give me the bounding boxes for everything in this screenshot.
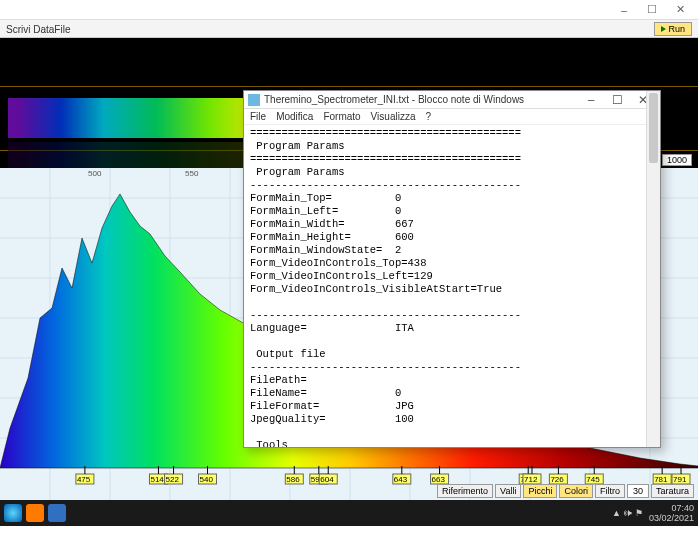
wavelength-marker-label: 712 bbox=[524, 475, 538, 484]
wavelength-marker-label: 663 bbox=[432, 475, 446, 484]
filtro-value-input[interactable] bbox=[627, 484, 649, 498]
main-titlebar: – ☐ ✕ bbox=[0, 0, 698, 20]
run-button[interactable]: Run bbox=[654, 22, 692, 36]
notepad-scrollbar[interactable] bbox=[646, 91, 660, 447]
clock-time: 07:40 bbox=[649, 503, 694, 513]
wavelength-marker-label: 726 bbox=[550, 475, 564, 484]
wavelength-marker-label: 604 bbox=[320, 475, 334, 484]
notepad-maximize-button[interactable]: ☐ bbox=[604, 92, 630, 108]
notepad-textarea[interactable]: ========================================… bbox=[244, 125, 660, 447]
clock-date: 03/02/2021 bbox=[649, 513, 694, 523]
windows-taskbar[interactable]: ▲ 🕪 ⚑ 07:40 03/02/2021 bbox=[0, 500, 698, 526]
wavelength-marker-label: 791 bbox=[673, 475, 687, 484]
wavelength-marker-label: 540 bbox=[200, 475, 214, 484]
menu-view[interactable]: Visualizza bbox=[371, 111, 416, 122]
scrollbar-thumb[interactable] bbox=[649, 93, 658, 163]
wavelength-marker-label: 522 bbox=[166, 475, 180, 484]
notepad-title-text: Theremino_Spectrometer_INI.txt - Blocco … bbox=[264, 94, 524, 105]
notepad-icon bbox=[248, 94, 260, 106]
riferimento-button[interactable]: Riferimento bbox=[437, 484, 493, 498]
notepad-titlebar[interactable]: Theremino_Spectrometer_INI.txt - Blocco … bbox=[244, 91, 660, 109]
notepad-window[interactable]: Theremino_Spectrometer_INI.txt - Blocco … bbox=[243, 90, 661, 448]
start-button[interactable] bbox=[4, 504, 22, 522]
play-icon bbox=[661, 26, 666, 32]
close-button[interactable]: ✕ bbox=[666, 2, 694, 18]
taratura-button[interactable]: Taratura bbox=[651, 484, 694, 498]
menu-help[interactable]: ? bbox=[425, 111, 431, 122]
svg-text:550: 550 bbox=[185, 169, 199, 178]
minimize-button[interactable]: – bbox=[610, 2, 638, 18]
wavelength-marker-label: 745 bbox=[586, 475, 600, 484]
svg-text:500: 500 bbox=[88, 169, 102, 178]
notepad-menubar: File Modifica Formato Visualizza ? bbox=[244, 109, 660, 125]
wavelength-marker-label: 514 bbox=[150, 475, 164, 484]
tray-icons[interactable]: ▲ 🕪 ⚑ bbox=[612, 508, 643, 518]
wavelength-marker-label: 781 bbox=[654, 475, 668, 484]
maximize-button[interactable]: ☐ bbox=[638, 2, 666, 18]
picchi-button[interactable]: Picchi bbox=[523, 484, 557, 498]
notepad-minimize-button[interactable]: – bbox=[578, 92, 604, 108]
menu-format[interactable]: Formato bbox=[323, 111, 360, 122]
menu-file[interactable]: File bbox=[250, 111, 266, 122]
task-icon-2[interactable] bbox=[48, 504, 66, 522]
wavelength-marker-label: 643 bbox=[394, 475, 408, 484]
filtro-label: Filtro bbox=[595, 484, 625, 498]
task-icon-1[interactable] bbox=[26, 504, 44, 522]
write-datafile-button[interactable]: Scrivi DataFile bbox=[6, 24, 70, 35]
toolbar: Scrivi DataFile Run bbox=[0, 20, 698, 38]
max-value-field[interactable]: 1000 bbox=[662, 154, 692, 166]
graph-button-row: Riferimento Valli Picchi Colori Filtro T… bbox=[437, 484, 694, 498]
wavelength-marker-label: 586 bbox=[286, 475, 300, 484]
colori-button[interactable]: Colori bbox=[559, 484, 593, 498]
menu-edit[interactable]: Modifica bbox=[276, 111, 313, 122]
wavelength-marker-label: 475 bbox=[77, 475, 91, 484]
valli-button[interactable]: Valli bbox=[495, 484, 521, 498]
